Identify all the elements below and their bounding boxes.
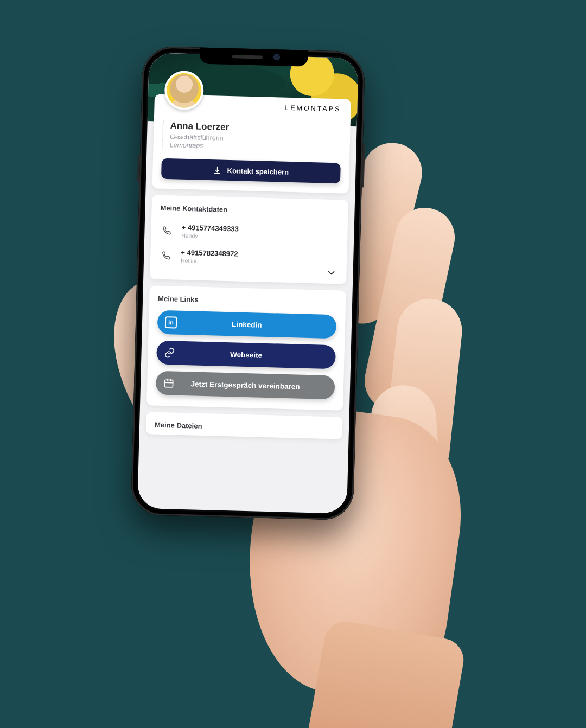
app-screen: LEMONTAPS Anna Loerzer Geschäftsführerin… bbox=[137, 53, 359, 514]
contact-label: Handy bbox=[181, 232, 238, 240]
link-icon bbox=[164, 347, 175, 359]
link-meeting-button[interactable]: Jetzt Erstgespräch vereinbaren bbox=[156, 371, 335, 400]
phone-icon bbox=[159, 248, 174, 263]
link-label: Linkedin bbox=[232, 320, 262, 329]
links-card: Meine Links in Linkedin Webseite bbox=[146, 285, 346, 410]
files-card: Meine Dateien bbox=[146, 412, 343, 439]
avatar[interactable] bbox=[164, 71, 204, 111]
calendar-icon bbox=[163, 378, 175, 389]
contact-value: + 4915774349333 bbox=[181, 223, 239, 233]
profile-card: LEMONTAPS Anna Loerzer Geschäftsführerin… bbox=[152, 94, 351, 193]
contact-card: Meine Kontaktdaten + 4915774349333 Handy… bbox=[150, 195, 348, 284]
link-label: Jetzt Erstgespräch vereinbaren bbox=[190, 380, 300, 391]
save-contact-label: Kontakt speichern bbox=[227, 166, 289, 176]
link-website-button[interactable]: Webseite bbox=[156, 341, 336, 369]
profile-name-block: Anna Loerzer Geschäftsführerin Lemontaps bbox=[162, 120, 341, 154]
contact-value: + 4915782348972 bbox=[181, 248, 238, 258]
download-icon bbox=[213, 165, 222, 174]
contact-label: Hotline bbox=[181, 257, 238, 265]
brand-logo: LEMONTAPS bbox=[285, 104, 341, 113]
svg-rect-0 bbox=[164, 380, 173, 387]
link-label: Webseite bbox=[230, 350, 262, 360]
contact-row[interactable]: + 4915782348972 Hotline bbox=[159, 245, 339, 274]
phone-mockup: LEMONTAPS Anna Loerzer Geschäftsführerin… bbox=[131, 46, 365, 520]
files-section-title: Meine Dateien bbox=[155, 421, 334, 434]
link-linkedin-button[interactable]: in Linkedin bbox=[157, 310, 336, 339]
phone-notch bbox=[200, 48, 309, 67]
phone-icon bbox=[160, 223, 174, 238]
chevron-down-icon[interactable] bbox=[326, 267, 337, 279]
links-section-title: Meine Links bbox=[158, 295, 337, 308]
contact-section-title: Meine Kontaktdaten bbox=[160, 204, 339, 217]
save-contact-button[interactable]: Kontakt speichern bbox=[161, 158, 341, 184]
linkedin-icon: in bbox=[165, 316, 177, 329]
